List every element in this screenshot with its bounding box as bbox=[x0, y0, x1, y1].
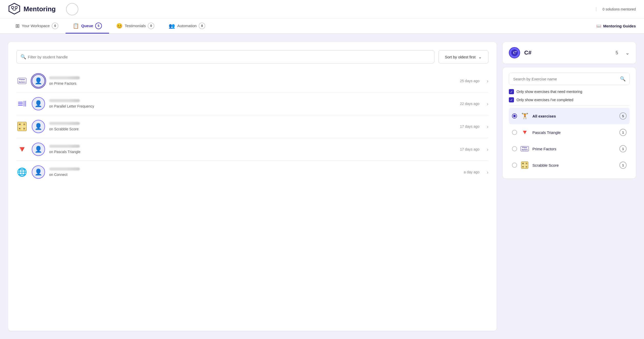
queue-item[interactable]: W O R D 👤 on Scrabble Score 17 days ago … bbox=[16, 115, 488, 138]
queue-info-3: on Scrabble Score bbox=[49, 122, 456, 131]
queue-item[interactable]: 🔻 👤 on Pascals Triangle 17 days ago › bbox=[16, 138, 488, 161]
radio-scrabble[interactable] bbox=[512, 163, 517, 168]
user-icon: 👤 bbox=[35, 168, 42, 176]
nav-tabs: ⊞ Your Workspace 0 📋 Queue 5 😊 Testimoni… bbox=[0, 18, 644, 34]
student-name-4 bbox=[49, 145, 80, 148]
tab-queue[interactable]: 📋 Queue 5 bbox=[66, 19, 109, 34]
tab-automation[interactable]: 👥 Automation 8 bbox=[162, 19, 212, 34]
exercise-label-4: on Pascals Triangle bbox=[49, 150, 456, 154]
chevron-down-icon: ⌄ bbox=[478, 54, 482, 60]
avatar[interactable] bbox=[66, 3, 78, 15]
sort-button[interactable]: Sort by oldest first ⌄ bbox=[438, 50, 488, 63]
language-card[interactable]: C # C# 5 ⌄ bbox=[503, 42, 636, 63]
svg-text:#: # bbox=[515, 50, 517, 53]
exercise-prime-label: Prime Factors bbox=[532, 147, 616, 151]
checkmark-icon: ✓ bbox=[510, 98, 513, 102]
student-name-2 bbox=[49, 99, 80, 102]
exercise-filter-item-pascals[interactable]: 🔻 Pascals Triangle 1 bbox=[509, 124, 630, 141]
right-panel: C # C# 5 ⌄ 🔍 ✓ Only show exercises that … bbox=[503, 42, 636, 331]
language-count: 5 bbox=[616, 50, 618, 56]
student-name-3 bbox=[49, 122, 80, 125]
scrabble-exercise-icon: W O R D bbox=[16, 121, 28, 132]
checkbox-needs-mentoring[interactable]: ✓ bbox=[509, 89, 514, 94]
guides-label: Mentoring Guides bbox=[603, 24, 636, 28]
svg-rect-2 bbox=[15, 6, 17, 8]
connect-exercise-icon: 🌐 bbox=[16, 166, 28, 178]
divider bbox=[509, 105, 630, 106]
queue-item[interactable]: 🌐 👤 on Connect a day ago › bbox=[16, 161, 488, 183]
exercise-label-3: on Scrabble Score bbox=[49, 127, 456, 131]
exercise-label-1: on Prime Factors bbox=[49, 81, 456, 86]
checkbox-completed[interactable]: ✓ bbox=[509, 97, 514, 102]
testimonials-icon: 😊 bbox=[116, 23, 123, 29]
parallel-letter-exercise-icon bbox=[16, 98, 28, 109]
queue-item[interactable]: Primefactors 👤 on Prime Factors 25 days … bbox=[16, 70, 488, 92]
workspace-icon: ⊞ bbox=[15, 23, 20, 29]
search-icon: 🔍 bbox=[20, 54, 26, 60]
mentoring-logo-icon bbox=[8, 3, 20, 16]
queue-info-1: on Prime Factors bbox=[49, 76, 456, 86]
exercise-search-icon: 🔍 bbox=[620, 76, 626, 82]
student-avatar-1: 👤 bbox=[32, 74, 45, 88]
radio-all[interactable] bbox=[512, 113, 517, 119]
exercise-filter-item-prime[interactable]: Primefactors Prime Factors 1 bbox=[509, 141, 630, 157]
tab-automation-badge: 8 bbox=[199, 23, 205, 29]
tab-queue-badge: 5 bbox=[95, 23, 102, 29]
language-name: C# bbox=[524, 49, 611, 56]
prime-count: 1 bbox=[619, 145, 627, 152]
chevron-right-icon-5: › bbox=[487, 169, 488, 175]
time-ago-1: 25 days ago bbox=[460, 79, 479, 83]
tab-workspace-label: Your Workspace bbox=[22, 24, 50, 28]
queue-item[interactable]: 👤 on Parallel Letter Frequency 22 days a… bbox=[16, 92, 488, 115]
student-avatar-3: 👤 bbox=[32, 120, 45, 133]
all-exercises-icon: 🏋️ bbox=[520, 111, 529, 121]
tab-queue-label: Queue bbox=[81, 24, 93, 28]
svg-rect-1 bbox=[12, 6, 14, 8]
user-icon: 👤 bbox=[35, 146, 42, 153]
app-header: Mentoring 0 solutions mentored bbox=[0, 0, 644, 18]
chevron-right-icon-1: › bbox=[487, 78, 488, 84]
csharp-icon: C # bbox=[509, 47, 520, 58]
language-chevron-icon: ⌄ bbox=[625, 50, 630, 56]
exercise-filter-item-scrabble[interactable]: W O R D Scrabble Score 1 bbox=[509, 157, 630, 173]
tab-workspace[interactable]: ⊞ Your Workspace 0 bbox=[8, 19, 66, 34]
exercise-filter-item-all[interactable]: 🏋️ All exercises 5 bbox=[509, 108, 630, 124]
app-title: Mentoring bbox=[24, 5, 56, 13]
exercise-search-input[interactable] bbox=[509, 73, 630, 85]
scrabble-filter-icon: W O R D bbox=[520, 161, 529, 170]
time-ago-2: 22 days ago bbox=[460, 102, 479, 106]
queue-list: Primefactors 👤 on Prime Factors 25 days … bbox=[16, 70, 488, 183]
filter-input-wrap: 🔍 bbox=[16, 50, 434, 63]
main-content: 🔍 Sort by oldest first ⌄ Primefactors 👤 bbox=[0, 34, 644, 339]
exercise-label-5: on Connect bbox=[49, 173, 460, 177]
user-icon: 👤 bbox=[35, 100, 42, 107]
time-ago-5: a day ago bbox=[464, 170, 480, 174]
checkbox-row-2: ✓ Only show exercises I've completed bbox=[509, 97, 630, 102]
queue-info-5: on Connect bbox=[49, 167, 460, 177]
svg-marker-0 bbox=[9, 3, 20, 14]
queue-panel: 🔍 Sort by oldest first ⌄ Primefactors 👤 bbox=[8, 42, 497, 331]
user-icon: 👤 bbox=[35, 123, 42, 130]
radio-prime[interactable] bbox=[512, 146, 517, 151]
checkmark-icon: ✓ bbox=[510, 90, 513, 94]
filter-input[interactable] bbox=[16, 50, 434, 63]
pascals-filter-icon: 🔻 bbox=[520, 128, 529, 137]
checkbox-row-1: ✓ Only show exercises that need mentorin… bbox=[509, 89, 630, 94]
automation-icon: 👥 bbox=[169, 23, 175, 29]
queue-info-2: on Parallel Letter Frequency bbox=[49, 99, 456, 108]
queue-icon: 📋 bbox=[73, 23, 79, 29]
solutions-mentored: 0 solutions mentored bbox=[596, 7, 636, 11]
pascals-count: 1 bbox=[619, 129, 627, 136]
student-name-5 bbox=[49, 167, 80, 171]
chevron-right-icon-3: › bbox=[487, 124, 488, 130]
student-name-1 bbox=[49, 76, 80, 79]
queue-info-4: on Pascals Triangle bbox=[49, 145, 456, 154]
scrabble-count: 1 bbox=[619, 162, 627, 169]
pascals-exercise-icon: 🔻 bbox=[16, 144, 28, 155]
tab-testimonials[interactable]: 😊 Testimonials 0 bbox=[109, 19, 162, 34]
mentoring-guides-link[interactable]: 📖 Mentoring Guides bbox=[596, 24, 636, 28]
student-avatar-5: 👤 bbox=[32, 165, 45, 179]
chevron-right-icon-2: › bbox=[487, 101, 488, 107]
time-ago-3: 17 days ago bbox=[460, 124, 479, 129]
radio-pascals[interactable] bbox=[512, 130, 517, 135]
